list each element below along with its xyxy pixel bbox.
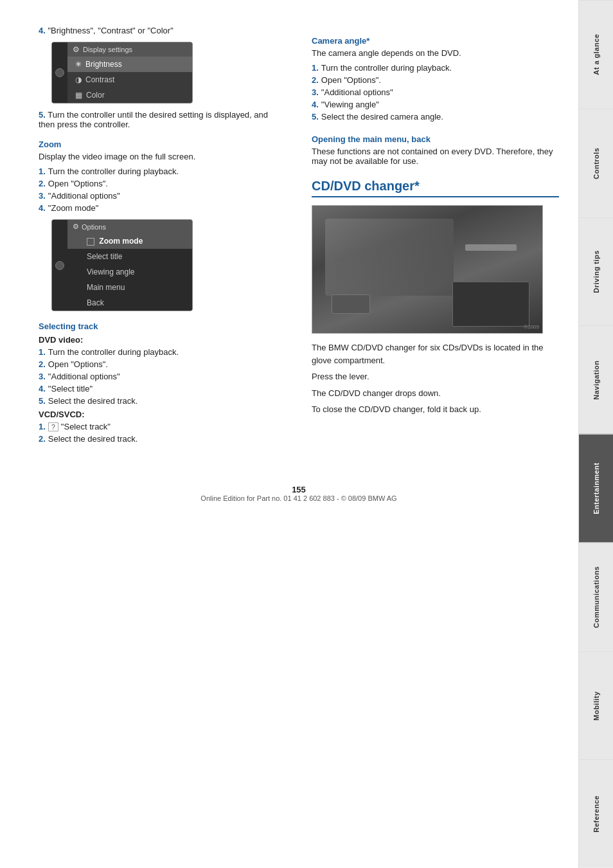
- vcd-steps: 1. ? "Select track" 2. Select the desire…: [39, 422, 286, 444]
- cd-dvd-body-4: To close the CD/DVD changer, fold it bac…: [312, 403, 559, 416]
- step-4-item: 4. "Brightness", "Contrast" or "Color": [39, 26, 286, 35]
- camera-angle-heading: Camera angle*: [312, 36, 559, 46]
- zoom-step-1: 1. Turn the controller during playback.: [39, 167, 286, 176]
- contrast-item: ◑ Contrast: [67, 72, 192, 87]
- cd-image-inner: ©2009: [312, 206, 542, 333]
- sidebar-tab-navigation[interactable]: Navigation: [579, 325, 613, 434]
- options-screen: ⚙ Options Zoom mode Select title Viewing…: [51, 219, 193, 311]
- cd-dvd-image: ©2009: [312, 205, 543, 334]
- ca-step-3: 3. "Additional options": [312, 87, 559, 97]
- step-4-number: 4.: [39, 26, 46, 35]
- back-item: Back: [67, 295, 192, 311]
- vcd-label: VCD/SVCD:: [39, 410, 286, 419]
- options-header: ⚙ Options: [67, 220, 192, 233]
- cd-dvd-body-3: The CD/DVD changer drops down.: [312, 387, 559, 400]
- opening-main-menu-heading: Opening the main menu, back: [312, 134, 559, 144]
- controller-knob: [55, 68, 64, 77]
- dvd-step-3: 3. "Additional options": [39, 372, 286, 381]
- ca-step-4: 4. "Viewing angle": [312, 100, 559, 109]
- sidebar-tab-driving-tips[interactable]: Driving tips: [579, 217, 613, 326]
- dvd-step-5: 5. Select the desired track.: [39, 396, 286, 406]
- ca-step-1: 1. Turn the controller during playback.: [312, 63, 559, 73]
- viewing-angle-item: Viewing angle: [67, 264, 192, 280]
- zoom-step-4: 4. "Zoom mode": [39, 203, 286, 213]
- display-settings-screen: ⚙ Display settings ✳ Brightness ◑ Contra…: [51, 42, 193, 104]
- zoom-step-2: 2. Open "Options".: [39, 179, 286, 188]
- cd-dvd-changer-heading: CD/DVD changer*: [312, 179, 559, 197]
- color-icon: ▦: [75, 91, 82, 100]
- page-footer: 155 Online Edition for Part no. 01 41 2 …: [39, 472, 559, 509]
- options-title: Options: [82, 223, 106, 231]
- dvd-step-4: 4. "Select title": [39, 384, 286, 393]
- color-item: ▦ Color: [67, 87, 192, 103]
- zoom-heading: Zoom: [39, 140, 286, 149]
- brightness-icon: ✳: [75, 60, 82, 69]
- cd-dvd-body-2: Press the lever.: [312, 370, 559, 383]
- options-content: ⚙ Options Zoom mode Select title Viewing…: [67, 220, 192, 311]
- step-5-item: 5. Turn the controller until the desired…: [39, 110, 286, 129]
- ca-step-5: 5. Select the desired camera angle.: [312, 112, 559, 122]
- sidebar-tab-controls[interactable]: Controls: [579, 109, 613, 217]
- vcd-step-1: 1. ? "Select track": [39, 422, 286, 431]
- select-title-item: Select title: [67, 249, 192, 264]
- step-5-text: Turn the controller until the desired se…: [39, 110, 268, 129]
- screen-title: Display settings: [83, 46, 132, 53]
- dvd-step-2: 2. Open "Options".: [39, 359, 286, 369]
- opening-main-menu-description: These functions are not contained on eve…: [312, 147, 559, 166]
- left-column: 4. "Brightness", "Contrast" or "Color" ⚙…: [39, 26, 286, 446]
- zoom-mode-checkbox: [87, 238, 94, 246]
- vcd-badge: ?: [48, 422, 58, 431]
- dvd-video-label: DVD video:: [39, 335, 286, 345]
- right-column: Camera angle* The camera angle depends o…: [312, 26, 559, 446]
- options-knob: [55, 261, 64, 270]
- screen-left-control: [52, 42, 67, 103]
- zoom-description: Display the video image on the full scre…: [39, 152, 286, 161]
- main-menu-item: Main menu: [67, 280, 192, 295]
- contrast-icon: ◑: [75, 75, 82, 84]
- brightness-item: ✳ Brightness: [67, 57, 192, 72]
- display-settings-icon: ⚙: [73, 45, 80, 54]
- cd-dvd-body-1: The BMW CD/DVD changer for six CDs/DVDs …: [312, 341, 559, 366]
- vcd-step-2: 2. Select the desired track.: [39, 434, 286, 444]
- sidebar-tab-communications[interactable]: Communications: [579, 543, 613, 651]
- options-icon: ⚙: [73, 222, 79, 231]
- footer-text: Online Edition for Part no. 01 41 2 602 …: [39, 494, 559, 502]
- zoom-mode-item: Zoom mode: [67, 233, 192, 249]
- sidebar-tab-mobility[interactable]: Mobility: [579, 651, 613, 760]
- zoom-step-3: 3. "Additional options": [39, 191, 286, 201]
- ca-step-2: 2. Open "Options".: [312, 75, 559, 85]
- selecting-track-heading: Selecting track: [39, 321, 286, 331]
- sidebar: At a glance Controls Driving tips Naviga…: [578, 0, 613, 868]
- camera-angle-steps: 1. Turn the controller during playback. …: [312, 63, 559, 122]
- page-number: 155: [39, 485, 559, 494]
- camera-angle-description: The camera angle depends on the DVD.: [312, 48, 559, 58]
- options-left-control: [52, 220, 67, 311]
- sidebar-tab-reference[interactable]: Reference: [579, 759, 613, 868]
- screen-header: ⚙ Display settings: [67, 42, 192, 57]
- sidebar-tab-at-a-glance[interactable]: At a glance: [579, 0, 613, 109]
- zoom-steps: 1. Turn the controller during playback. …: [39, 167, 286, 213]
- step-4-text: "Brightness", "Contrast" or "Color": [48, 26, 173, 35]
- step-5-number: 5.: [39, 110, 46, 120]
- dvd-steps: 1. Turn the controller during playback. …: [39, 347, 286, 406]
- dvd-step-1: 1. Turn the controller during playback.: [39, 347, 286, 357]
- sidebar-tab-entertainment[interactable]: Entertainment: [579, 434, 613, 543]
